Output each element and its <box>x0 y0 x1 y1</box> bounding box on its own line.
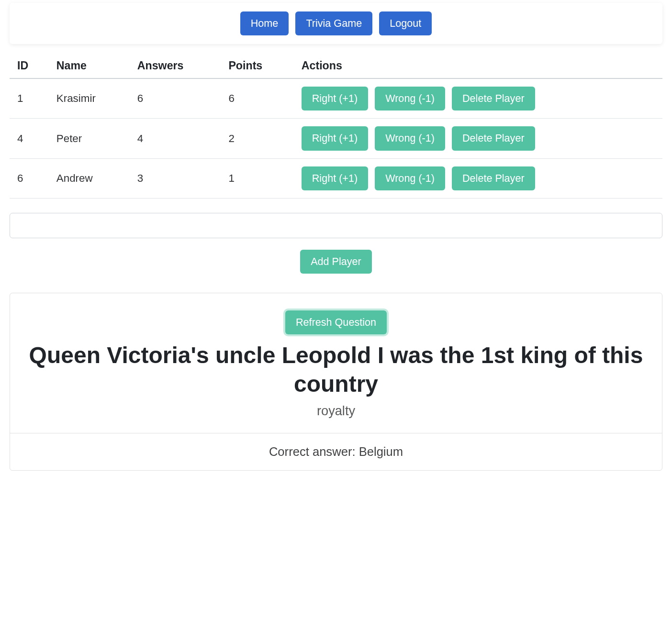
cell-points: 6 <box>221 78 293 119</box>
actions-wrap: Right (+1)Wrong (-1)Delete Player <box>302 166 655 190</box>
question-card: Refresh Question Queen Victoria's uncle … <box>10 293 662 471</box>
table-row: 1Krasimir66Right (+1)Wrong (-1)Delete Pl… <box>10 78 662 119</box>
nav-logout-button[interactable]: Logout <box>379 11 432 35</box>
header-answers: Answers <box>130 54 221 78</box>
header-name: Name <box>49 54 130 78</box>
delete-player-button[interactable]: Delete Player <box>452 87 535 111</box>
cell-name: Peter <box>49 119 130 158</box>
question-text: Queen Victoria's uncle Leopold I was the… <box>27 341 645 398</box>
answer-value: Belgium <box>359 445 403 458</box>
players-table: ID Name Answers Points Actions 1Krasimir… <box>10 54 662 199</box>
nav-home-button[interactable]: Home <box>240 11 289 35</box>
table-header-row: ID Name Answers Points Actions <box>10 54 662 78</box>
answer-prefix: Correct answer: <box>269 445 359 458</box>
cell-id: 4 <box>10 119 49 158</box>
cell-id: 1 <box>10 78 49 119</box>
add-player-input[interactable] <box>10 213 662 238</box>
table-row: 4Peter42Right (+1)Wrong (-1)Delete Playe… <box>10 119 662 158</box>
table-row: 6Andrew31Right (+1)Wrong (-1)Delete Play… <box>10 158 662 198</box>
right-button[interactable]: Right (+1) <box>302 126 368 150</box>
right-button[interactable]: Right (+1) <box>302 166 368 190</box>
delete-player-button[interactable]: Delete Player <box>452 126 535 150</box>
actions-wrap: Right (+1)Wrong (-1)Delete Player <box>302 87 655 111</box>
wrong-button[interactable]: Wrong (-1) <box>375 126 445 150</box>
header-id: ID <box>10 54 49 78</box>
cell-answers: 6 <box>130 78 221 119</box>
cell-answers: 4 <box>130 119 221 158</box>
add-player-button-wrap: Add Player <box>10 250 662 274</box>
delete-player-button[interactable]: Delete Player <box>452 166 535 190</box>
actions-wrap: Right (+1)Wrong (-1)Delete Player <box>302 126 655 150</box>
wrong-button[interactable]: Wrong (-1) <box>375 87 445 111</box>
wrong-button[interactable]: Wrong (-1) <box>375 166 445 190</box>
add-player-button[interactable]: Add Player <box>300 250 372 274</box>
cell-points: 1 <box>221 158 293 198</box>
cell-actions: Right (+1)Wrong (-1)Delete Player <box>294 78 662 119</box>
cell-actions: Right (+1)Wrong (-1)Delete Player <box>294 158 662 198</box>
cell-points: 2 <box>221 119 293 158</box>
cell-id: 6 <box>10 158 49 198</box>
navbar: Home Trivia Game Logout <box>10 3 662 44</box>
cell-actions: Right (+1)Wrong (-1)Delete Player <box>294 119 662 158</box>
add-player-input-wrapper <box>10 213 662 238</box>
cell-name: Krasimir <box>49 78 130 119</box>
question-card-body: Refresh Question Queen Victoria's uncle … <box>10 293 662 433</box>
nav-trivia-button[interactable]: Trivia Game <box>295 11 372 35</box>
header-points: Points <box>221 54 293 78</box>
question-category: royalty <box>27 403 645 419</box>
right-button[interactable]: Right (+1) <box>302 87 368 111</box>
cell-answers: 3 <box>130 158 221 198</box>
refresh-question-button[interactable]: Refresh Question <box>285 310 387 334</box>
question-card-footer: Correct answer: Belgium <box>10 433 662 470</box>
cell-name: Andrew <box>49 158 130 198</box>
header-actions: Actions <box>294 54 662 78</box>
